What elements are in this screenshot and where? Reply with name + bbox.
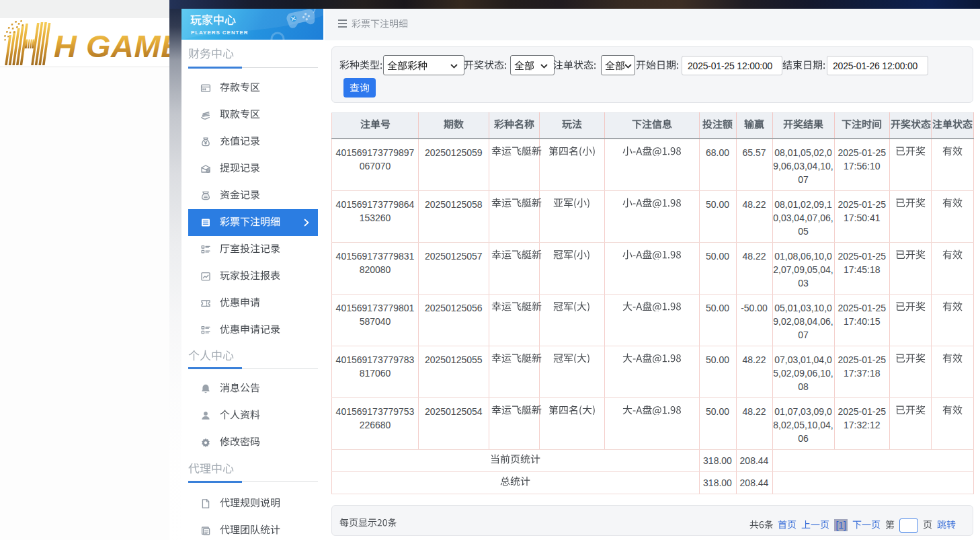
svg-text:H GAME: H GAME [54, 28, 169, 64]
